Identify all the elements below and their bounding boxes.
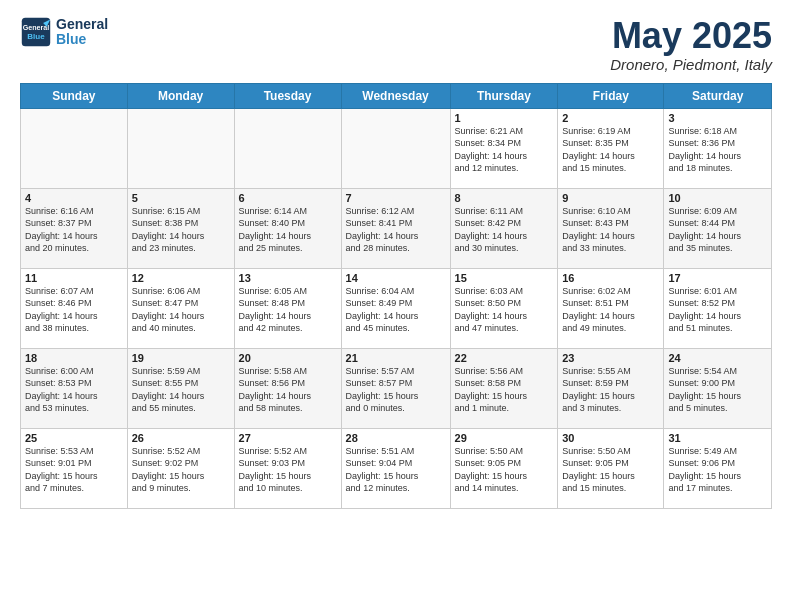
calendar-day-30: 30Sunrise: 5:50 AM Sunset: 9:05 PM Dayli… (558, 428, 664, 508)
logo-line2: Blue (56, 32, 108, 47)
day-info: Sunrise: 6:10 AM Sunset: 8:43 PM Dayligh… (562, 205, 659, 255)
day-info: Sunrise: 5:55 AM Sunset: 8:59 PM Dayligh… (562, 365, 659, 415)
day-info: Sunrise: 6:19 AM Sunset: 8:35 PM Dayligh… (562, 125, 659, 175)
day-info: Sunrise: 6:06 AM Sunset: 8:47 PM Dayligh… (132, 285, 230, 335)
day-number: 27 (239, 432, 337, 444)
day-number: 23 (562, 352, 659, 364)
day-number: 19 (132, 352, 230, 364)
calendar-week-row: 1Sunrise: 6:21 AM Sunset: 8:34 PM Daylig… (21, 108, 772, 188)
day-number: 16 (562, 272, 659, 284)
day-number: 2 (562, 112, 659, 124)
day-number: 3 (668, 112, 767, 124)
day-number: 26 (132, 432, 230, 444)
calendar-week-row: 18Sunrise: 6:00 AM Sunset: 8:53 PM Dayli… (21, 348, 772, 428)
calendar-week-row: 25Sunrise: 5:53 AM Sunset: 9:01 PM Dayli… (21, 428, 772, 508)
day-info: Sunrise: 5:54 AM Sunset: 9:00 PM Dayligh… (668, 365, 767, 415)
calendar-day-29: 29Sunrise: 5:50 AM Sunset: 9:05 PM Dayli… (450, 428, 558, 508)
weekday-header-wednesday: Wednesday (341, 83, 450, 108)
day-info: Sunrise: 5:52 AM Sunset: 9:03 PM Dayligh… (239, 445, 337, 495)
weekday-header-saturday: Saturday (664, 83, 772, 108)
calendar-day-18: 18Sunrise: 6:00 AM Sunset: 8:53 PM Dayli… (21, 348, 128, 428)
calendar-day-22: 22Sunrise: 5:56 AM Sunset: 8:58 PM Dayli… (450, 348, 558, 428)
calendar-table: SundayMondayTuesdayWednesdayThursdayFrid… (20, 83, 772, 509)
day-number: 6 (239, 192, 337, 204)
calendar-day-12: 12Sunrise: 6:06 AM Sunset: 8:47 PM Dayli… (127, 268, 234, 348)
logo-icon: General Blue (20, 16, 52, 48)
day-info: Sunrise: 5:58 AM Sunset: 8:56 PM Dayligh… (239, 365, 337, 415)
day-info: Sunrise: 5:50 AM Sunset: 9:05 PM Dayligh… (562, 445, 659, 495)
calendar-week-row: 11Sunrise: 6:07 AM Sunset: 8:46 PM Dayli… (21, 268, 772, 348)
day-info: Sunrise: 6:01 AM Sunset: 8:52 PM Dayligh… (668, 285, 767, 335)
calendar-day-9: 9Sunrise: 6:10 AM Sunset: 8:43 PM Daylig… (558, 188, 664, 268)
calendar-day-24: 24Sunrise: 5:54 AM Sunset: 9:00 PM Dayli… (664, 348, 772, 428)
day-info: Sunrise: 6:12 AM Sunset: 8:41 PM Dayligh… (346, 205, 446, 255)
day-info: Sunrise: 5:59 AM Sunset: 8:55 PM Dayligh… (132, 365, 230, 415)
weekday-header-friday: Friday (558, 83, 664, 108)
day-number: 10 (668, 192, 767, 204)
location-title: Dronero, Piedmont, Italy (610, 56, 772, 73)
month-title: May 2025 (610, 16, 772, 56)
day-number: 24 (668, 352, 767, 364)
calendar-day-28: 28Sunrise: 5:51 AM Sunset: 9:04 PM Dayli… (341, 428, 450, 508)
weekday-header-tuesday: Tuesday (234, 83, 341, 108)
calendar-empty-cell (127, 108, 234, 188)
day-number: 22 (455, 352, 554, 364)
calendar-day-7: 7Sunrise: 6:12 AM Sunset: 8:41 PM Daylig… (341, 188, 450, 268)
calendar-day-15: 15Sunrise: 6:03 AM Sunset: 8:50 PM Dayli… (450, 268, 558, 348)
logo-text: General Blue (56, 17, 108, 48)
calendar-day-27: 27Sunrise: 5:52 AM Sunset: 9:03 PM Dayli… (234, 428, 341, 508)
day-info: Sunrise: 5:53 AM Sunset: 9:01 PM Dayligh… (25, 445, 123, 495)
day-info: Sunrise: 5:57 AM Sunset: 8:57 PM Dayligh… (346, 365, 446, 415)
day-info: Sunrise: 6:04 AM Sunset: 8:49 PM Dayligh… (346, 285, 446, 335)
day-number: 28 (346, 432, 446, 444)
calendar-empty-cell (21, 108, 128, 188)
day-info: Sunrise: 5:52 AM Sunset: 9:02 PM Dayligh… (132, 445, 230, 495)
day-number: 8 (455, 192, 554, 204)
svg-text:Blue: Blue (27, 32, 45, 41)
day-info: Sunrise: 5:56 AM Sunset: 8:58 PM Dayligh… (455, 365, 554, 415)
day-number: 17 (668, 272, 767, 284)
calendar-day-5: 5Sunrise: 6:15 AM Sunset: 8:38 PM Daylig… (127, 188, 234, 268)
day-info: Sunrise: 5:51 AM Sunset: 9:04 PM Dayligh… (346, 445, 446, 495)
calendar-day-23: 23Sunrise: 5:55 AM Sunset: 8:59 PM Dayli… (558, 348, 664, 428)
day-number: 25 (25, 432, 123, 444)
calendar-day-8: 8Sunrise: 6:11 AM Sunset: 8:42 PM Daylig… (450, 188, 558, 268)
day-number: 18 (25, 352, 123, 364)
calendar-page: General Blue General Blue May 2025 Drone… (0, 0, 792, 612)
calendar-day-16: 16Sunrise: 6:02 AM Sunset: 8:51 PM Dayli… (558, 268, 664, 348)
day-info: Sunrise: 6:15 AM Sunset: 8:38 PM Dayligh… (132, 205, 230, 255)
svg-text:General: General (23, 24, 50, 32)
day-info: Sunrise: 6:14 AM Sunset: 8:40 PM Dayligh… (239, 205, 337, 255)
calendar-day-1: 1Sunrise: 6:21 AM Sunset: 8:34 PM Daylig… (450, 108, 558, 188)
weekday-header-monday: Monday (127, 83, 234, 108)
day-number: 1 (455, 112, 554, 124)
day-number: 12 (132, 272, 230, 284)
day-info: Sunrise: 6:03 AM Sunset: 8:50 PM Dayligh… (455, 285, 554, 335)
day-number: 7 (346, 192, 446, 204)
day-info: Sunrise: 6:21 AM Sunset: 8:34 PM Dayligh… (455, 125, 554, 175)
calendar-day-6: 6Sunrise: 6:14 AM Sunset: 8:40 PM Daylig… (234, 188, 341, 268)
day-info: Sunrise: 6:16 AM Sunset: 8:37 PM Dayligh… (25, 205, 123, 255)
day-number: 29 (455, 432, 554, 444)
weekday-header-thursday: Thursday (450, 83, 558, 108)
title-block: May 2025 Dronero, Piedmont, Italy (610, 16, 772, 73)
day-info: Sunrise: 6:05 AM Sunset: 8:48 PM Dayligh… (239, 285, 337, 335)
logo: General Blue General Blue (20, 16, 108, 48)
calendar-day-13: 13Sunrise: 6:05 AM Sunset: 8:48 PM Dayli… (234, 268, 341, 348)
day-number: 11 (25, 272, 123, 284)
calendar-day-17: 17Sunrise: 6:01 AM Sunset: 8:52 PM Dayli… (664, 268, 772, 348)
day-number: 4 (25, 192, 123, 204)
calendar-day-31: 31Sunrise: 5:49 AM Sunset: 9:06 PM Dayli… (664, 428, 772, 508)
calendar-day-21: 21Sunrise: 5:57 AM Sunset: 8:57 PM Dayli… (341, 348, 450, 428)
calendar-day-25: 25Sunrise: 5:53 AM Sunset: 9:01 PM Dayli… (21, 428, 128, 508)
day-info: Sunrise: 5:49 AM Sunset: 9:06 PM Dayligh… (668, 445, 767, 495)
header: General Blue General Blue May 2025 Drone… (20, 16, 772, 73)
day-info: Sunrise: 6:11 AM Sunset: 8:42 PM Dayligh… (455, 205, 554, 255)
day-number: 13 (239, 272, 337, 284)
calendar-day-10: 10Sunrise: 6:09 AM Sunset: 8:44 PM Dayli… (664, 188, 772, 268)
calendar-day-4: 4Sunrise: 6:16 AM Sunset: 8:37 PM Daylig… (21, 188, 128, 268)
day-number: 14 (346, 272, 446, 284)
weekday-header-row: SundayMondayTuesdayWednesdayThursdayFrid… (21, 83, 772, 108)
logo-line1: General (56, 17, 108, 32)
day-number: 31 (668, 432, 767, 444)
